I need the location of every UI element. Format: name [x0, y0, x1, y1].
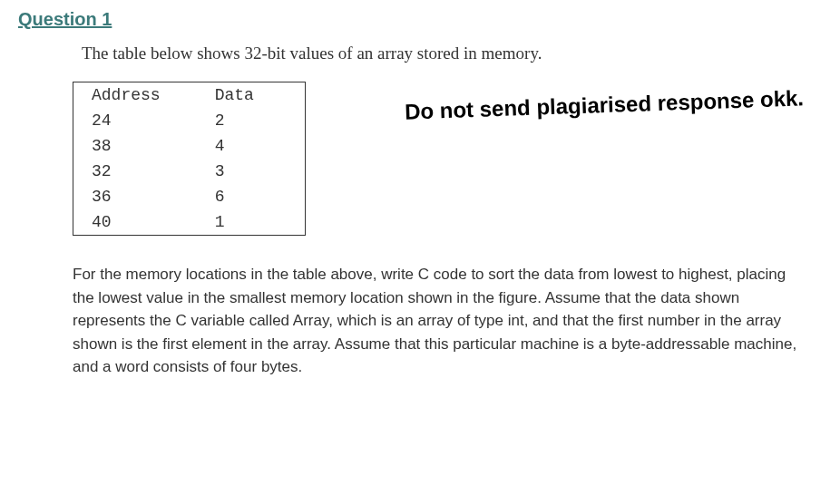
table-row: 40 1 [73, 209, 306, 236]
address-cell: 40 [73, 209, 197, 236]
data-header: Data [197, 82, 306, 109]
table-row: 32 3 [73, 159, 306, 184]
address-header: Address [73, 82, 197, 109]
data-cell: 1 [197, 209, 306, 236]
data-cell: 3 [197, 159, 306, 184]
table-row: 36 6 [73, 184, 306, 209]
table-row: 24 2 [73, 108, 306, 133]
data-cell: 6 [197, 184, 306, 209]
address-cell: 32 [73, 159, 197, 184]
memory-table: Address Data 24 2 38 4 32 3 36 6 40 1 [73, 82, 306, 236]
intro-text: The table below shows 32-bit values of a… [82, 44, 822, 63]
data-cell: 4 [197, 133, 306, 159]
table-row: 38 4 [73, 133, 306, 159]
address-cell: 24 [73, 108, 197, 133]
question-paragraph: For the memory locations in the table ab… [73, 263, 804, 379]
data-cell: 2 [197, 108, 306, 133]
question-header: Question 1 [18, 9, 822, 30]
address-cell: 38 [73, 133, 197, 159]
address-cell: 36 [73, 184, 197, 209]
table-header-row: Address Data [73, 82, 306, 109]
